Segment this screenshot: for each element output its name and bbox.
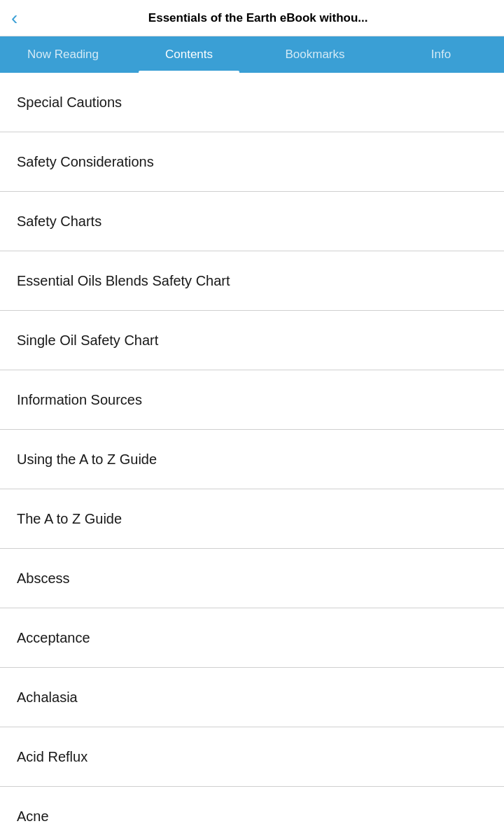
list-item[interactable]: Acne: [0, 787, 504, 840]
list-item[interactable]: Essential Oils Blends Safety Chart: [0, 251, 504, 311]
list-item-label: Single Oil Safety Chart: [17, 332, 158, 349]
navigation-bar: ‹ Essentials of the Earth eBook withou..…: [0, 0, 504, 36]
contents-list: Special CautionsSafety ConsiderationsSaf…: [0, 73, 504, 840]
page-title: Essentials of the Earth eBook withou...: [23, 11, 493, 25]
list-item-label: Special Cautions: [17, 94, 122, 111]
list-item-label: Acne: [17, 808, 49, 825]
back-arrow-icon: ‹: [11, 8, 18, 28]
tab-bar: Now Reading Contents Bookmarks Info: [0, 36, 504, 73]
list-item[interactable]: Special Cautions: [0, 73, 504, 132]
list-item[interactable]: Achalasia: [0, 668, 504, 727]
tab-bookmarks[interactable]: Bookmarks: [252, 36, 378, 73]
list-item[interactable]: Safety Considerations: [0, 132, 504, 192]
list-item-label: Safety Considerations: [17, 154, 154, 170]
tab-contents[interactable]: Contents: [126, 36, 252, 73]
list-item-label: Safety Charts: [17, 214, 102, 230]
list-item[interactable]: Safety Charts: [0, 192, 504, 251]
list-item-label: Using the A to Z Guide: [17, 451, 157, 468]
list-item[interactable]: Acid Reflux: [0, 727, 504, 787]
list-item-label: Essential Oils Blends Safety Chart: [17, 273, 230, 289]
list-item-label: Acid Reflux: [17, 749, 88, 765]
list-item-label: Information Sources: [17, 392, 142, 408]
tab-info[interactable]: Info: [378, 36, 504, 73]
list-item-label: Acceptance: [17, 630, 90, 646]
list-item[interactable]: Using the A to Z Guide: [0, 430, 504, 489]
list-item[interactable]: Acceptance: [0, 608, 504, 668]
list-item[interactable]: The A to Z Guide: [0, 489, 504, 549]
tab-now-reading[interactable]: Now Reading: [0, 36, 126, 73]
back-button[interactable]: ‹: [11, 8, 23, 28]
list-item-label: Abscess: [17, 570, 70, 587]
list-item[interactable]: Information Sources: [0, 370, 504, 430]
list-item[interactable]: Abscess: [0, 549, 504, 608]
list-item-label: Achalasia: [17, 690, 78, 706]
list-item[interactable]: Single Oil Safety Chart: [0, 311, 504, 370]
list-item-label: The A to Z Guide: [17, 511, 122, 527]
